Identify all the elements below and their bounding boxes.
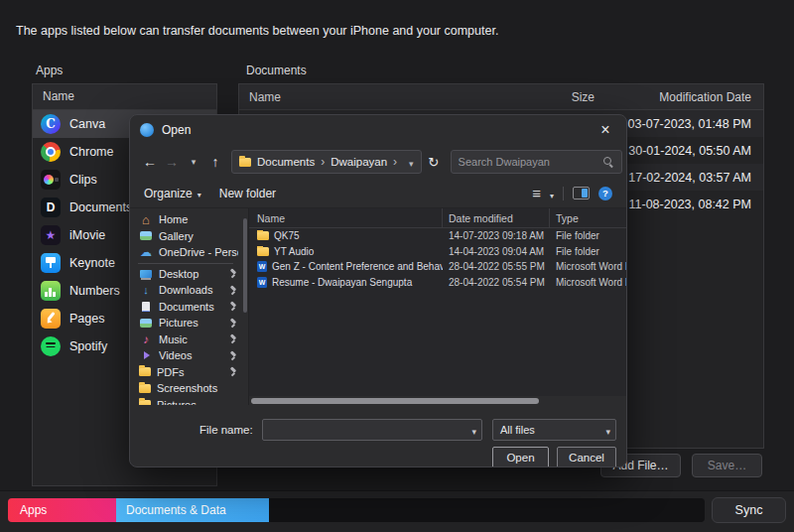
chevron-down-icon bbox=[198, 187, 201, 200]
file-list-scrollbar-thumb[interactable] bbox=[251, 398, 539, 404]
file-type-select[interactable]: All files bbox=[492, 419, 616, 441]
save-button[interactable]: Save… bbox=[692, 454, 762, 477]
word-doc-icon bbox=[257, 261, 267, 272]
sidebar-item-pictures[interactable]: Pictures bbox=[130, 397, 241, 406]
folder-icon bbox=[139, 367, 151, 376]
file-name-input[interactable] bbox=[268, 424, 471, 436]
file-name-cell: QK75 bbox=[249, 230, 443, 241]
gallery-icon bbox=[139, 229, 153, 243]
sync-button[interactable]: Sync bbox=[712, 497, 786, 523]
breadcrumb-chevron-icon bbox=[315, 155, 331, 169]
sidebar-scrollbar-thumb[interactable] bbox=[243, 218, 247, 313]
file-modified-cell: 28-04-2022 05:54 PM bbox=[443, 277, 550, 288]
open-button[interactable]: Open bbox=[492, 447, 549, 467]
sidebar-item-label: Screenshots bbox=[157, 382, 238, 394]
capacity-documents-data-label: Documents & Data bbox=[126, 503, 226, 517]
file-name-text: QK75 bbox=[274, 230, 300, 241]
document-modified-date: 03-07-2023, 01:48 PM bbox=[628, 117, 751, 131]
sidebar-item-desktop[interactable]: Desktop bbox=[130, 266, 241, 283]
file-modified-cell: 28-04-2022 05:55 PM bbox=[443, 261, 550, 272]
view-chevron-icon[interactable] bbox=[550, 185, 554, 202]
back-icon[interactable] bbox=[140, 150, 160, 174]
desktop-icon bbox=[139, 267, 153, 281]
onedrive-icon bbox=[139, 245, 153, 259]
folder-icon bbox=[139, 400, 151, 405]
sidebar-item-label: Videos bbox=[159, 349, 223, 361]
documents-name-column-header[interactable]: Name bbox=[239, 90, 446, 104]
search-icon bbox=[603, 157, 614, 168]
search-input[interactable] bbox=[459, 156, 599, 168]
sidebar-item-label: Desktop bbox=[159, 268, 223, 280]
folder-icon bbox=[257, 247, 269, 256]
file-row[interactable]: QK7514-07-2023 09:18 AMFile folder bbox=[249, 228, 626, 244]
file-modified-column-header[interactable]: Date modified bbox=[443, 208, 550, 227]
file-name-label: File name: bbox=[199, 424, 253, 436]
sidebar-item-label: Music bbox=[159, 333, 223, 345]
file-list-scrollbar[interactable] bbox=[249, 396, 626, 405]
file-row[interactable]: YT Audio14-04-2023 09:04 AMFile folder bbox=[249, 244, 626, 260]
dialog-body: HomeGalleryOneDrive - PersorDesktopDownl… bbox=[130, 208, 626, 405]
file-name-column-header[interactable]: Name bbox=[249, 208, 443, 227]
sidebar-item-screenshots[interactable]: Screenshots bbox=[130, 380, 241, 397]
refresh-icon[interactable] bbox=[424, 150, 444, 174]
documents-modified-column-header[interactable]: Modification Date bbox=[595, 90, 763, 104]
file-name-dropdown-icon[interactable] bbox=[471, 421, 476, 439]
sidebar-scrollbar[interactable] bbox=[241, 208, 248, 405]
address-bar[interactable]: DocumentsDwaipayan bbox=[231, 150, 422, 174]
file-list: Name Date modified Type QK7514-07-2023 0… bbox=[248, 208, 626, 405]
help-icon[interactable] bbox=[598, 187, 612, 200]
app-label: Documents bbox=[69, 200, 132, 214]
apps-name-column-header[interactable]: Name bbox=[33, 84, 216, 110]
file-row[interactable]: Gen Z - Content Preference and Behaviour… bbox=[249, 259, 626, 275]
footer-bar: Apps Documents & Data Sync bbox=[0, 490, 794, 532]
recent-locations-icon[interactable] bbox=[184, 150, 203, 174]
sidebar-item-home[interactable]: Home bbox=[130, 211, 241, 228]
address-dropdown-icon[interactable] bbox=[409, 153, 414, 171]
preview-pane-icon[interactable] bbox=[573, 187, 590, 200]
toolbar-divider bbox=[563, 187, 564, 200]
close-icon[interactable] bbox=[585, 115, 626, 145]
pin-icon bbox=[229, 350, 238, 361]
app-label: iMovie bbox=[69, 228, 105, 242]
keynote-app-icon bbox=[41, 253, 61, 273]
file-type-cell: Microsoft Word D bbox=[550, 261, 626, 272]
sidebar-separator bbox=[138, 263, 233, 264]
clips-app-icon bbox=[41, 170, 61, 190]
sidebar-item-label: Home bbox=[159, 213, 238, 225]
sidebar-item-music[interactable]: Music bbox=[130, 332, 241, 348]
breadcrumb-item[interactable]: Documents bbox=[257, 156, 315, 168]
sidebar-item-videos[interactable]: Videos bbox=[130, 347, 241, 364]
documents-size-column-header[interactable]: Size bbox=[446, 90, 595, 104]
app-label: Clips bbox=[69, 173, 97, 187]
file-list-header: Name Date modified Type bbox=[249, 208, 626, 228]
up-icon[interactable] bbox=[205, 150, 225, 174]
app-label: Pages bbox=[69, 312, 104, 326]
sidebar-item-gallery[interactable]: Gallery bbox=[130, 228, 241, 245]
breadcrumb-chevron-icon bbox=[387, 155, 403, 169]
documents-folder-icon bbox=[139, 300, 153, 314]
sidebar-item-label: Pictures bbox=[159, 317, 223, 329]
file-sharing-description: The apps listed below can transfer docum… bbox=[16, 24, 498, 38]
imovie-app-icon bbox=[41, 225, 61, 245]
chrome-app-icon bbox=[41, 142, 61, 162]
file-name-combobox[interactable] bbox=[262, 419, 482, 441]
documents-panel-title: Documents bbox=[246, 64, 307, 77]
sidebar-item-pictures[interactable]: Pictures bbox=[130, 315, 241, 332]
new-folder-button[interactable]: New folder bbox=[219, 187, 276, 200]
file-row[interactable]: Resume - Dwaipayan Sengupta28-04-2022 05… bbox=[249, 275, 626, 291]
forward-icon[interactable] bbox=[162, 150, 182, 174]
file-name-text: Gen Z - Content Preference and Behaviour bbox=[272, 261, 443, 272]
pin-icon bbox=[229, 301, 238, 312]
file-type-column-header[interactable]: Type bbox=[550, 212, 626, 224]
breadcrumb-item[interactable]: Dwaipayan bbox=[331, 156, 387, 168]
document-modified-date: 30-01-2024, 05:50 AM bbox=[628, 144, 751, 158]
organize-button[interactable]: Organize bbox=[144, 187, 201, 200]
sidebar-item-downloads[interactable]: Downloads bbox=[130, 282, 241, 299]
file-type-cell: Microsoft Word D bbox=[550, 277, 626, 288]
sidebar-item-label: PDFs bbox=[157, 366, 223, 378]
sidebar-item-documents[interactable]: Documents bbox=[130, 299, 241, 316]
sidebar-item-pdfs[interactable]: PDFs bbox=[130, 364, 241, 381]
view-options-icon[interactable] bbox=[532, 185, 541, 202]
sidebar-item-onedrive-persor[interactable]: OneDrive - Persor bbox=[130, 244, 241, 261]
cancel-button[interactable]: Cancel bbox=[557, 447, 616, 467]
